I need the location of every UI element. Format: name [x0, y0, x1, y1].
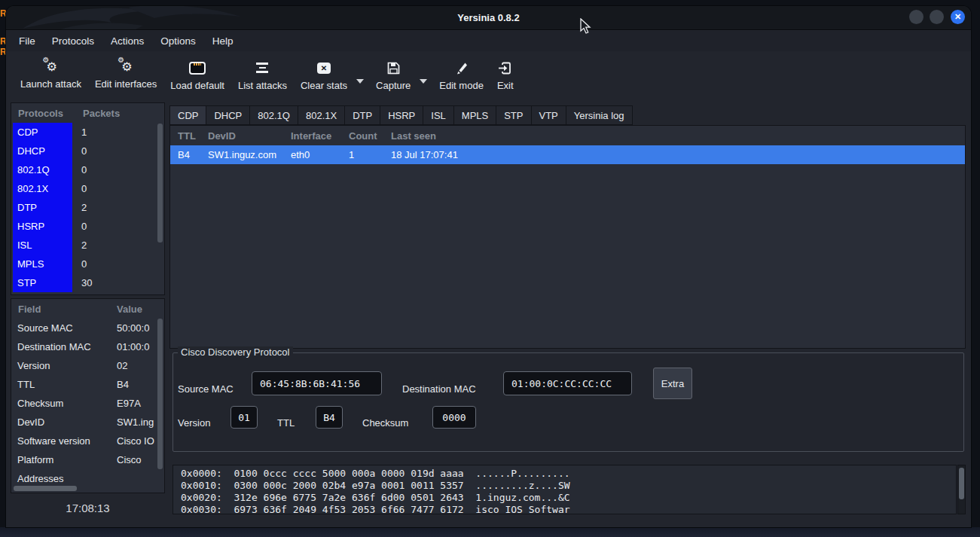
protocol-name: CDP	[13, 123, 72, 142]
hex-line: 0x0020: 312e 696e 6775 7a2e 636f 6d00 05…	[181, 492, 956, 504]
protocol-row[interactable]: STP30	[11, 273, 164, 292]
menu-actions[interactable]: Actions	[110, 34, 145, 48]
field-row[interactable]: ChecksumE97A	[11, 394, 164, 413]
cell-interface: eth0	[291, 149, 349, 160]
field-row[interactable]: Destination MAC01:00:0	[11, 337, 164, 356]
last-seen-column-header[interactable]: Last seen	[391, 130, 965, 142]
field-value: Cisco	[110, 454, 157, 465]
exit-button[interactable]: Exit	[490, 56, 521, 93]
edit-interfaces-button[interactable]: ⚙⚙ Edit interfaces	[88, 56, 163, 91]
field-row[interactable]: Version02	[11, 356, 164, 375]
value-column-header[interactable]: Value	[110, 304, 142, 315]
menu-help[interactable]: Help	[212, 34, 234, 48]
field-row[interactable]: DevIDSW1.ing	[11, 413, 164, 432]
tab-hsrp[interactable]: HSRP	[380, 105, 423, 125]
exit-door-icon	[498, 58, 512, 78]
protocol-row[interactable]: ISL2	[11, 236, 164, 255]
cell-devid: SW1.inguz.com	[208, 149, 291, 160]
hex-dump-view[interactable]: 0x0000: 0100 0ccc cccc 5000 000a 0000 01…	[172, 465, 957, 514]
protocol-row[interactable]: HSRP0	[11, 217, 164, 236]
pencil-icon	[454, 58, 469, 78]
packet-count: 0	[72, 160, 87, 179]
tab-8021q[interactable]: 802.1Q	[249, 105, 298, 125]
clock: 17:08:13	[11, 502, 165, 514]
clear-badge-icon: ✕	[317, 58, 331, 78]
field-name: Addresses	[11, 473, 110, 484]
version-input[interactable]	[230, 406, 258, 429]
field-row[interactable]: TTLB4	[11, 375, 164, 394]
protocol-name: ISL	[13, 236, 72, 255]
checksum-input[interactable]	[432, 406, 476, 429]
ttl-column-header[interactable]: TTL	[178, 130, 208, 142]
protocol-row[interactable]: DHCP0	[11, 142, 164, 160]
tab-vtp[interactable]: VTP	[531, 105, 566, 125]
titlebar[interactable]: Yersinia 0.8.2 ✕	[6, 6, 971, 30]
tab-stp[interactable]: STP	[496, 105, 530, 125]
tab-8021x[interactable]: 802.1X	[298, 105, 344, 125]
list-attacks-button[interactable]: List attacks	[231, 56, 294, 93]
mouse-cursor	[580, 18, 592, 35]
protocols-panel: Protocols Packets CDP1 DHCP0 802.1Q0 802…	[11, 102, 165, 295]
load-default-button[interactable]: Load default	[163, 56, 231, 93]
tab-dtp[interactable]: DTP	[344, 105, 380, 125]
packets-column-header[interactable]: Packets	[78, 108, 120, 119]
cdp-packets-table: TTL DevID Interface Count Last seen B4 S…	[169, 125, 966, 349]
cell-count: 1	[349, 149, 391, 160]
fields-vertical-scrollbar[interactable]	[157, 319, 163, 484]
cdp-form: Cisco Discovery Protocol Source MAC Dest…	[172, 352, 964, 452]
table-row[interactable]: B4 SW1.inguz.com eth0 1 18 Jul 17:07:41	[170, 145, 965, 164]
edit-mode-button[interactable]: Edit mode	[432, 56, 490, 93]
tab-dhcp[interactable]: DHCP	[206, 105, 249, 125]
field-name: Destination MAC	[11, 341, 110, 352]
ttl-input[interactable]	[316, 406, 343, 429]
hex-dump-scrollbar[interactable]	[957, 465, 966, 514]
close-button[interactable]: ✕	[951, 10, 965, 24]
protocol-row[interactable]: MPLS0	[11, 255, 164, 273]
menu-protocols[interactable]: Protocols	[51, 34, 95, 48]
field-value: 01:00:0	[110, 341, 157, 352]
protocol-name: MPLS	[13, 255, 72, 273]
menu-options[interactable]: Options	[160, 34, 197, 48]
tab-isl[interactable]: ISL	[423, 105, 453, 125]
menu-file[interactable]: File	[18, 34, 36, 48]
protocol-row[interactable]: 802.1Q0	[11, 160, 164, 179]
maximize-button[interactable]	[930, 10, 944, 24]
field-name: Platform	[11, 454, 110, 465]
protocol-row[interactable]: 802.1X0	[11, 179, 164, 198]
protocols-scrollbar[interactable]	[157, 124, 163, 291]
clear-stats-button[interactable]: ✕ Clear stats	[294, 56, 354, 93]
source-mac-label: Source MAC	[178, 383, 234, 395]
capture-button[interactable]: Capture	[369, 56, 417, 93]
exit-label: Exit	[497, 80, 514, 91]
field-column-header[interactable]: Field	[11, 304, 110, 315]
clear-stats-dropdown-arrow[interactable]	[356, 79, 364, 84]
field-row[interactable]: PlatformCisco	[11, 450, 164, 469]
hex-line: 0x0000: 0100 0ccc cccc 5000 000a 0000 01…	[181, 468, 956, 480]
tab-mpls[interactable]: MPLS	[453, 105, 496, 125]
packets-table-header: TTL DevID Interface Count Last seen	[170, 126, 965, 145]
protocol-row[interactable]: CDP1	[11, 123, 164, 142]
field-row[interactable]: Software versionCisco IO	[11, 432, 164, 450]
field-row[interactable]: Source MAC50:00:0	[11, 319, 164, 337]
destination-mac-input[interactable]	[503, 371, 632, 395]
tab-cdp[interactable]: CDP	[169, 105, 206, 125]
tab-yersinia-log[interactable]: Yersinia log	[566, 105, 633, 125]
minimize-button[interactable]	[909, 10, 924, 24]
hex-line: 0x0010: 0300 000c 2000 02b4 e97a 0001 00…	[181, 480, 956, 492]
clear-stats-label: Clear stats	[301, 80, 347, 91]
source-mac-input[interactable]	[252, 371, 382, 395]
devid-column-header[interactable]: DevID	[208, 130, 291, 142]
interface-column-header[interactable]: Interface	[291, 130, 349, 142]
fields-horizontal-scrollbar[interactable]	[14, 486, 158, 491]
capture-dropdown-arrow[interactable]	[420, 79, 427, 84]
ethernet-port-icon	[189, 58, 206, 78]
count-column-header[interactable]: Count	[349, 130, 391, 142]
protocols-column-header[interactable]: Protocols	[11, 108, 78, 119]
field-name: DevID	[11, 416, 110, 428]
extra-button[interactable]: Extra	[653, 368, 692, 399]
launch-attack-button[interactable]: ⚙⚙ Launch attack	[14, 56, 88, 91]
protocol-name: DTP	[13, 198, 72, 217]
list-attacks-label: List attacks	[238, 80, 287, 91]
packet-count: 0	[72, 179, 87, 198]
protocol-row[interactable]: DTP2	[11, 198, 164, 217]
